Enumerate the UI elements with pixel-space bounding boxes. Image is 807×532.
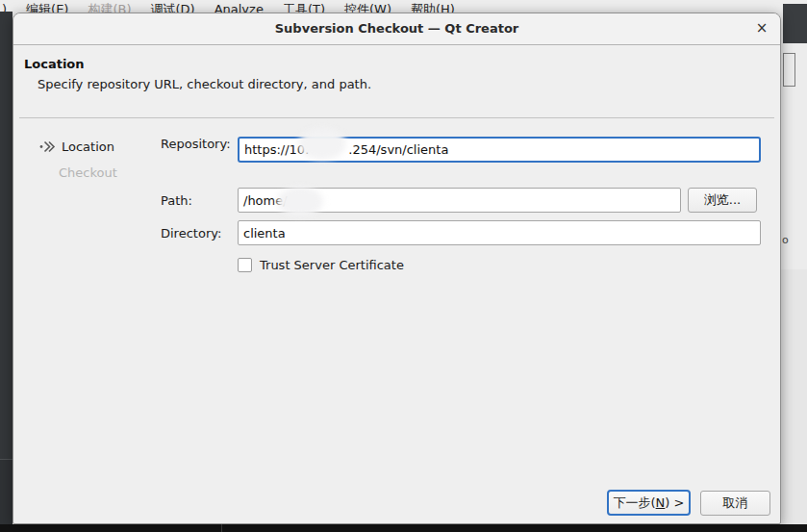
repository-redaction-blur bbox=[298, 128, 346, 160]
trust-server-certificate-label[interactable]: Trust Server Certificate bbox=[260, 258, 404, 272]
screen: )编辑(E)构建(B)调试(D)Analyze工具(T)控件(W)帮助(H) o… bbox=[0, 0, 807, 532]
wizard-step-location-label: Location bbox=[62, 139, 114, 154]
background-bottom-strip bbox=[0, 524, 807, 532]
cancel-button[interactable]: 取消 bbox=[700, 491, 770, 516]
background-scrollbar-fragment bbox=[783, 53, 795, 87]
menu-item[interactable]: 调试(D) bbox=[151, 2, 195, 13]
directory-label: Directory: bbox=[161, 226, 221, 241]
close-icon[interactable]: × bbox=[751, 13, 772, 44]
menu-item[interactable]: Analyze bbox=[214, 2, 264, 13]
path-redaction-blur bbox=[277, 187, 323, 216]
next-button-text-pre: 下一步( bbox=[614, 494, 656, 512]
menu-item[interactable]: 工具(T) bbox=[283, 2, 325, 13]
menu-item[interactable]: 控件(W) bbox=[344, 2, 391, 13]
menu-item[interactable]: 帮助(H) bbox=[411, 2, 455, 13]
background-menubar: )编辑(E)构建(B)调试(D)Analyze工具(T)控件(W)帮助(H) bbox=[0, 0, 807, 13]
browse-button[interactable]: 浏览... bbox=[688, 188, 757, 213]
dialog-titlebar[interactable]: Subversion Checkout — Qt Creator × bbox=[13, 13, 780, 45]
background-left-strip bbox=[0, 12, 13, 532]
next-button[interactable]: 下一步(N) > bbox=[607, 490, 691, 516]
menu-item[interactable]: 编辑(E) bbox=[26, 2, 68, 13]
wizard-step-location: Location bbox=[39, 139, 114, 154]
wizard-step-checkout-label: Checkout bbox=[59, 165, 117, 180]
background-text-fragment: o bbox=[782, 234, 789, 246]
subversion-checkout-dialog: Subversion Checkout — Qt Creator × Locat… bbox=[13, 13, 781, 524]
repository-value-suffix: .254/svn/clienta bbox=[348, 142, 448, 157]
bottom-strip-divider bbox=[221, 524, 222, 532]
header-separator bbox=[19, 117, 774, 118]
step-arrow-icon bbox=[39, 140, 56, 153]
menu-item[interactable]: 构建(B) bbox=[88, 2, 131, 13]
next-button-accel: N bbox=[656, 495, 666, 510]
next-button-text-post: ) > bbox=[665, 495, 684, 510]
page-title: Location bbox=[24, 57, 85, 71]
path-label: Path: bbox=[161, 193, 192, 208]
directory-input[interactable]: clienta bbox=[238, 220, 761, 245]
repository-label: Repository: bbox=[161, 137, 231, 151]
left-strip-lower bbox=[0, 460, 13, 532]
right-strip-shade bbox=[781, 269, 807, 532]
background-right-strip: o bbox=[781, 43, 807, 532]
trust-server-certificate-checkbox[interactable] bbox=[238, 258, 252, 272]
dialog-title: Subversion Checkout — Qt Creator bbox=[13, 13, 780, 44]
page-subtitle: Specify repository URL, checkout directo… bbox=[38, 77, 371, 91]
background-dark-block bbox=[783, 4, 807, 43]
